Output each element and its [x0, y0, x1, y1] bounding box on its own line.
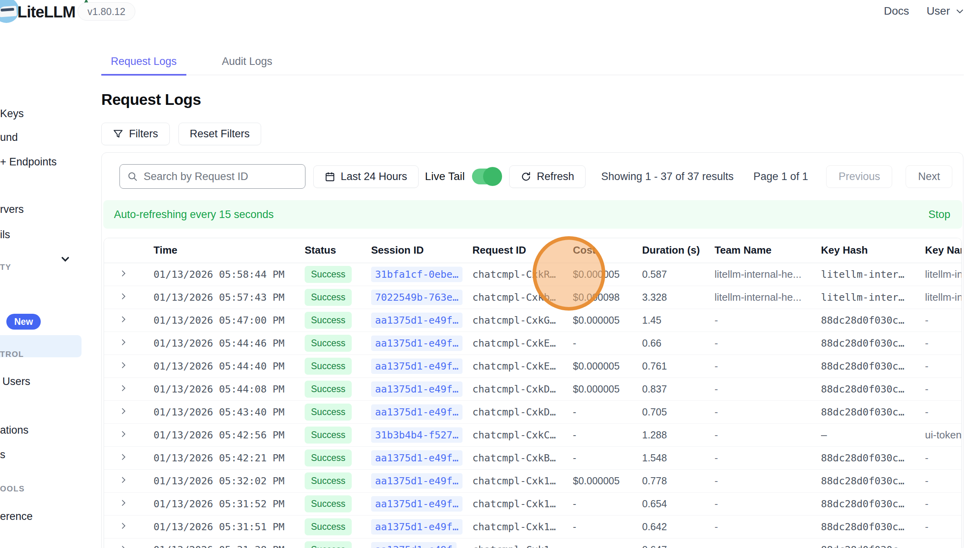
table-row[interactable]: 01/13/2026 05:42:56 PM Success 31b3b4b4-…	[104, 423, 962, 446]
sidebar-collapse-chevron-icon[interactable]	[59, 253, 71, 265]
cell-time: 01/13/2026 05:57:43 PM	[154, 286, 305, 309]
session-id-link[interactable]: aa1375d1-e49f…	[371, 473, 463, 489]
next-page-button[interactable]: Next	[906, 165, 952, 188]
status-badge: Success	[305, 518, 352, 535]
expand-row-icon[interactable]	[119, 499, 128, 507]
logs-table: Time Status Session ID Request ID Cost D…	[104, 238, 962, 548]
session-id-link[interactable]: aa1375d1-e49f	[371, 542, 457, 548]
reset-filters-button[interactable]: Reset Filters	[178, 123, 262, 145]
expand-row-icon[interactable]	[119, 544, 128, 548]
sidebar-item-guardrails[interactable]: ils	[0, 229, 10, 241]
cell-key-hash: –	[821, 423, 925, 446]
sidebar-item-api-reference[interactable]: erence	[0, 510, 33, 523]
sidebar-item-teams[interactable]: s	[0, 449, 6, 461]
sidebar-item-organizations[interactable]: ations	[0, 424, 28, 436]
cell-key-hash: litellm-inter…	[821, 263, 925, 286]
status-badge: Success	[305, 312, 352, 329]
search-input[interactable]	[144, 171, 298, 183]
expand-row-icon[interactable]	[119, 521, 128, 530]
session-id-link[interactable]: 31b3b4b4-f527…	[371, 427, 463, 443]
stop-auto-refresh-button[interactable]: Stop	[928, 209, 950, 221]
session-id-link[interactable]: aa1375d1-e49f…	[371, 358, 463, 374]
session-id-link[interactable]: aa1375d1-e49f…	[371, 404, 463, 420]
expand-row-icon[interactable]	[119, 315, 128, 324]
previous-page-button[interactable]: Previous	[826, 165, 892, 188]
cell-duration: 0.705	[642, 400, 715, 423]
table-row[interactable]: 01/13/2026 05:31:38 PM Success aa1375d1-…	[104, 538, 962, 548]
expand-row-icon[interactable]	[119, 269, 128, 278]
cell-cost: $0.000005	[573, 377, 642, 400]
live-tail-label: Live Tail	[425, 170, 465, 183]
cell-time: 01/13/2026 05:47:00 PM	[154, 309, 305, 332]
expand-row-icon[interactable]	[119, 476, 128, 484]
cell-key-name: -	[925, 332, 962, 355]
table-row[interactable]: 01/13/2026 05:44:40 PM Success aa1375d1-…	[104, 355, 962, 377]
sidebar-item-models-endpoints[interactable]: + Endpoints	[0, 156, 57, 168]
table-row[interactable]: 01/13/2026 05:31:51 PM Success aa1375d1-…	[104, 515, 962, 538]
cell-request-id: chatcmpl-Cxk1…	[472, 538, 573, 548]
cell-duration: 0.778	[642, 469, 715, 492]
cell-time: 01/13/2026 05:42:56 PM	[154, 423, 305, 446]
table-row[interactable]: 01/13/2026 05:44:46 PM Success aa1375d1-…	[104, 332, 962, 355]
session-id-link[interactable]: aa1375d1-e49f…	[371, 496, 463, 512]
sidebar-item-playground[interactable]: und	[0, 131, 18, 144]
session-id-link[interactable]: aa1375d1-e49f…	[371, 336, 463, 351]
table-row[interactable]: 01/13/2026 05:47:00 PM Success aa1375d1-…	[104, 309, 962, 332]
time-range-label: Last 24 Hours	[341, 171, 407, 183]
refresh-button[interactable]: Refresh	[509, 165, 586, 188]
tab-audit-logs[interactable]: Audit Logs	[212, 52, 282, 75]
filters-button[interactable]: Filters	[101, 123, 170, 145]
session-id-link[interactable]: 31bfa1cf-0ebe…	[371, 267, 463, 282]
expand-row-icon[interactable]	[119, 361, 128, 370]
litellm-logo-icon	[0, 0, 19, 23]
click-indicator	[533, 236, 605, 311]
cell-team-name: -	[715, 377, 821, 400]
table-row[interactable]: 01/13/2026 05:57:43 PM Success 7022549b-…	[104, 286, 962, 309]
cell-request-id: chatcmpl-CxkC…	[472, 423, 573, 446]
cell-team-name: -	[715, 469, 821, 492]
expand-row-icon[interactable]	[119, 453, 128, 461]
cell-request-id: chatcmpl-CxkG…	[472, 309, 573, 332]
cell-key-hash: 88dc28d0f030c…	[821, 515, 925, 538]
docs-link[interactable]: Docs	[884, 5, 909, 17]
sidebar-item-servers[interactable]: rvers	[0, 203, 24, 216]
expand-row-icon[interactable]	[119, 292, 128, 301]
table-row[interactable]: 01/13/2026 05:31:52 PM Success aa1375d1-…	[104, 492, 962, 515]
expand-row-icon[interactable]	[119, 430, 128, 438]
auto-refresh-text: Auto-refreshing every 15 seconds	[114, 209, 274, 221]
expand-row-icon[interactable]	[119, 384, 128, 393]
status-badge: Success	[305, 335, 352, 352]
refresh-button-label: Refresh	[537, 171, 574, 183]
session-id-link[interactable]: 7022549b-763e…	[371, 290, 463, 305]
expand-row-icon[interactable]	[119, 338, 128, 347]
cell-key-hash: 88dc28d0f030c…	[821, 538, 925, 548]
cell-time: 01/13/2026 05:58:44 PM	[154, 263, 305, 286]
version-badge: v1.80.12	[78, 2, 135, 21]
logs-card: Last 24 Hours Live Tail Refresh Showing …	[101, 152, 963, 548]
time-range-button[interactable]: Last 24 Hours	[313, 165, 419, 188]
col-team-name: Team Name	[715, 238, 821, 263]
main-content: Request Logs Audit Logs Request Logs Fil…	[101, 25, 964, 145]
expand-row-icon[interactable]	[119, 407, 128, 415]
cell-duration: 0.66	[642, 332, 715, 355]
session-id-link[interactable]: aa1375d1-e49f…	[371, 450, 463, 466]
page-title: Request Logs	[101, 91, 964, 108]
table-row[interactable]: 01/13/2026 05:43:40 PM Success aa1375d1-…	[104, 400, 962, 423]
cell-request-id: chatcmpl-CxkD…	[472, 377, 573, 400]
cell-duration: 0.761	[642, 355, 715, 377]
table-row[interactable]: 01/13/2026 05:32:02 PM Success aa1375d1-…	[104, 469, 962, 492]
session-id-link[interactable]: aa1375d1-e49f…	[371, 381, 463, 397]
chevron-down-icon	[955, 6, 965, 16]
table-row[interactable]: 01/13/2026 05:44:08 PM Success aa1375d1-…	[104, 377, 962, 400]
tab-request-logs[interactable]: Request Logs	[101, 52, 186, 76]
session-id-link[interactable]: aa1375d1-e49f…	[371, 313, 463, 328]
user-menu[interactable]: User	[927, 5, 965, 17]
session-id-link[interactable]: aa1375d1-e49f…	[371, 519, 463, 535]
cell-duration: 0.654	[642, 492, 715, 515]
col-key-hash: Key Hash	[821, 238, 925, 263]
sidebar-item-keys[interactable]: Keys	[0, 108, 24, 120]
cell-duration: 0.837	[642, 377, 715, 400]
sidebar-item-users[interactable]: Users	[2, 375, 30, 388]
table-row[interactable]: 01/13/2026 05:42:21 PM Success aa1375d1-…	[104, 446, 962, 469]
live-tail-toggle[interactable]	[472, 169, 501, 184]
